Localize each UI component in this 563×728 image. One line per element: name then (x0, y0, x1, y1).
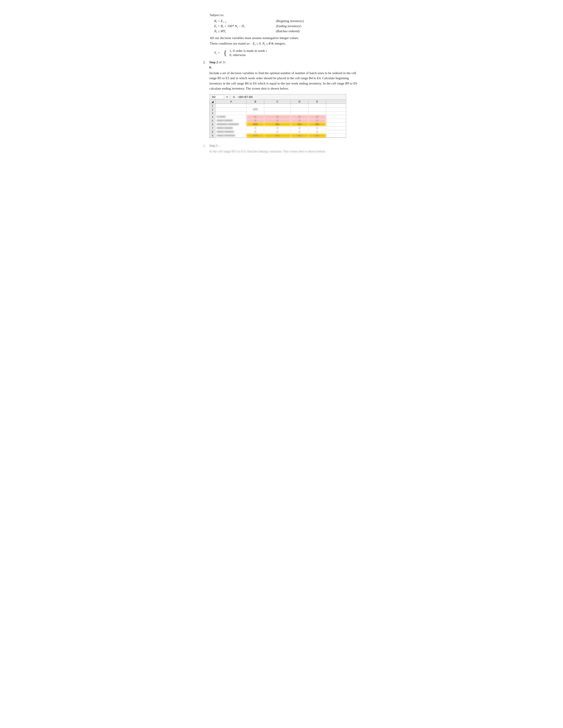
cell-b1[interactable] (246, 104, 264, 107)
constraint-row-2: Ei = Bi + 100* Ni − Di (Ending inventory… (214, 24, 362, 28)
cell-b6[interactable]: ■■■■ (246, 123, 264, 126)
cell-e7[interactable]: ■ (309, 126, 326, 130)
cell-reference[interactable]: B9 (211, 95, 224, 99)
cell-e2[interactable] (309, 108, 326, 111)
cell-d5[interactable]: ■ (291, 119, 309, 122)
conditions-suffix: & integers. (271, 42, 286, 45)
cell-c1[interactable] (264, 104, 291, 107)
cell-e5[interactable]: ■ (309, 119, 326, 122)
constraint-math-2: Ei = Bi + 100* Ni − Di (214, 24, 263, 28)
cell-b4[interactable]: ■ (246, 115, 264, 119)
step2-header: Step 2 of 11 (209, 60, 362, 64)
cell-c9[interactable]: ■■■ (264, 134, 291, 137)
step2-b: b. (209, 66, 362, 69)
step3-number: 3. (203, 144, 207, 157)
cell-e3[interactable] (309, 111, 326, 115)
conditions-prefix: These conditions are stated as: (210, 42, 250, 45)
cell-d7[interactable]: ■ (291, 126, 309, 130)
piecewise-case-2: 0, otherwise (229, 53, 266, 57)
constraint-math-1: Bi = Ei−1 (214, 19, 263, 23)
cell-a1[interactable] (216, 104, 246, 107)
row-num-5: 5 (209, 119, 216, 122)
excel-row-6: 6 ■■■■■■■■■ ■■■■■■■■■ ■■■■ ■■■ ■■■ ■■■ (209, 123, 346, 126)
cell-b2[interactable]: ■■■■ (246, 108, 264, 111)
cell-c7[interactable]: ■ (264, 126, 291, 130)
col-header-d: D (291, 100, 309, 104)
col-header-a: A (216, 100, 246, 104)
cell-d9[interactable]: ■■■ (291, 134, 309, 137)
step3-header: Step 3 ... (209, 144, 362, 148)
cell-d8[interactable]: ■ (291, 130, 309, 134)
step2-list-item: 2. Step 2 of 11 b. Include a set of deci… (203, 60, 362, 142)
constraint-row-3: Ni ≤ MYi (Batches ordered) (214, 29, 362, 34)
excel-row-3: 3 (209, 111, 346, 115)
cell-c5[interactable]: ■ (264, 119, 291, 122)
cell-a5[interactable]: ■■■■■■ ■■■■■■■ (216, 119, 246, 122)
row-num-3: 3 (209, 111, 216, 115)
constraint-label-1: (Begining inventory) (276, 19, 304, 23)
constraint-label-2: (Ending inventory) (276, 24, 302, 28)
fx-label: fx (233, 95, 235, 99)
column-headers: ◢ A B C D E (209, 100, 346, 104)
cell-e1[interactable] (309, 104, 326, 107)
cell-a9[interactable]: ■■■■■■ ■■■■■■■■■ (216, 134, 246, 137)
cell-d2[interactable] (291, 108, 309, 111)
excel-row-1: 1 (209, 104, 346, 108)
constraint-row-1: Bi = Ei−1 (Begining inventory) (214, 19, 362, 23)
cell-a7[interactable]: ■■■■■■ ■■■■■■■ (216, 126, 246, 130)
cell-c3[interactable] (264, 111, 291, 115)
cell-d6[interactable]: ■■■ (291, 123, 309, 126)
dropdown-arrow[interactable]: ▼ (226, 96, 228, 98)
cell-e4[interactable]: ■ (309, 115, 326, 119)
subject-to-section: Subject to: Bi = Ei−1 (Begining inventor… (210, 13, 362, 57)
constraints-table: Bi = Ei−1 (Begining inventory) Ei = Bi +… (214, 19, 362, 34)
cell-a3[interactable] (216, 111, 246, 115)
row-num-1: 1 (209, 104, 216, 107)
cell-e6[interactable]: ■■■ (309, 123, 326, 126)
formula-content: =B6+B7-B8 (238, 95, 252, 99)
nonneg-line: All our decision variables must assume n… (210, 36, 362, 40)
row-num-9: 9 (209, 134, 216, 137)
step3-label: Step 3 (209, 144, 217, 147)
step3-text: In the cell range B11 to E11 find the li… (209, 149, 362, 154)
col-header-b: B (246, 100, 264, 104)
constraint-label-3: (Batches ordered) (276, 29, 300, 33)
piecewise-case-1: 1, if order is made in week i (229, 49, 266, 53)
step3-list-item: 3. Step 3 ... In the cell range B11 to E… (203, 144, 362, 157)
cell-c8[interactable]: ■ (264, 130, 291, 134)
conditions-math: Ei ≥ 0, Ni ≥ 0 (253, 42, 271, 45)
cell-e9[interactable]: ■■■ (309, 134, 326, 137)
cell-c2[interactable] (264, 108, 291, 111)
cell-a6[interactable]: ■■■■■■■■■ ■■■■■■■■■ (216, 123, 246, 126)
step2-label: Step 2 (209, 60, 218, 64)
step2-number: 2. (203, 60, 207, 142)
excel-spreadsheet: B9 ▼ fx =B6+B7-B8 ◢ A B C D E 1 (209, 94, 346, 138)
piecewise-row: Yi = { 1, if order is made in week i 0, … (214, 49, 362, 57)
piecewise-lhs: Yi = (214, 51, 221, 55)
formula-bar: B9 ▼ fx =B6+B7-B8 (209, 94, 346, 100)
cell-a4[interactable]: ■■ ■■■■■ (216, 115, 246, 119)
cell-b5[interactable]: ■ (246, 119, 264, 122)
cell-b9[interactable]: ■■■■ (246, 134, 264, 137)
col-header-c: C (264, 100, 291, 104)
piecewise-brace: { (223, 49, 227, 56)
step3-section: 3. Step 3 ... In the cell range B11 to E… (203, 144, 362, 157)
cell-b8[interactable]: ■ (246, 130, 264, 134)
cell-d1[interactable] (291, 104, 309, 107)
step3-content-block: Step 3 ... In the cell range B11 to E11 … (209, 144, 362, 157)
row-num-4: 4 (209, 115, 216, 119)
cell-d4[interactable]: ■ (291, 115, 309, 119)
cell-b7[interactable]: ■ (246, 126, 264, 130)
cell-a8[interactable]: ■■■■■■ ■■■■■■■■ (216, 130, 246, 134)
piecewise-cases: 1, if order is made in week i 0, otherwi… (229, 49, 266, 57)
cell-d3[interactable] (291, 111, 309, 115)
cell-a2[interactable] (216, 108, 246, 111)
cell-c4[interactable]: ■ (264, 115, 291, 119)
row-num-7: 7 (209, 126, 216, 130)
excel-row-7: 7 ■■■■■■ ■■■■■■■ ■ ■ ■ ■ (209, 126, 346, 130)
cell-b3[interactable] (246, 111, 264, 115)
excel-row-5: 5 ■■■■■■ ■■■■■■■ ■ ■ ■ ■ (209, 119, 346, 123)
cell-e8[interactable]: ■ (309, 130, 326, 134)
row-num-header: ◢ (209, 100, 216, 104)
cell-c6[interactable]: ■■■ (264, 123, 291, 126)
